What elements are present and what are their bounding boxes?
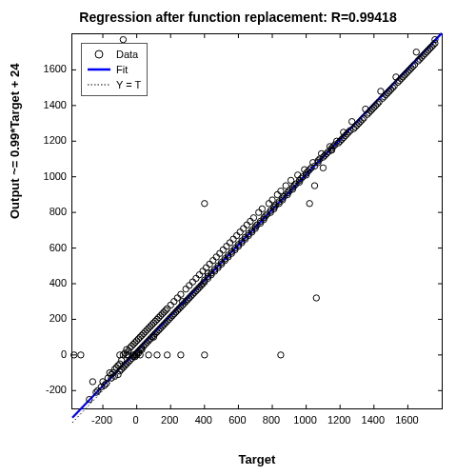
svg-point-94 [139,332,145,338]
svg-point-335 [202,352,208,358]
svg-point-97 [141,330,147,336]
x-tick-label: -200 [91,414,112,426]
y-tick-label: 1400 [29,99,67,110]
svg-point-331 [146,352,151,358]
svg-point-186 [230,236,236,242]
legend-entry-fit: Fit [86,62,141,77]
svg-point-99 [142,328,148,334]
svg-point-109 [150,320,156,326]
x-tick-label: 0 [133,414,139,426]
x-tick-label: 1600 [395,414,418,426]
svg-point-120 [159,311,165,317]
dotted-line-icon [86,78,112,91]
page-title: Regression after function replacement: R… [0,10,476,25]
y-tick-label: 1200 [29,134,67,146]
legend-label: Fit [116,64,128,75]
svg-point-195 [241,226,247,231]
svg-point-122 [161,309,167,315]
y-tick-label: 0 [29,348,67,360]
svg-point-180 [224,244,229,249]
svg-point-211 [259,206,265,211]
y-tick-label: 800 [29,206,67,217]
y-tick-label: -200 [29,384,67,395]
y-tick-label: 1000 [29,170,67,182]
x-tick-label: 1000 [293,414,316,426]
svg-point-79 [129,343,134,348]
svg-point-341 [320,165,326,170]
svg-point-92 [137,334,143,340]
circle-icon [86,48,112,61]
svg-point-118 [157,312,163,318]
svg-point-208 [256,209,262,215]
svg-point-168 [210,257,216,263]
svg-point-174 [217,250,223,256]
svg-point-129 [168,302,173,307]
svg-point-83 [132,340,138,346]
y-tick-label: 600 [29,242,67,253]
svg-point-314 [413,50,419,55]
svg-point-161 [202,201,208,207]
svg-point-332 [154,352,160,358]
svg-point-155 [196,271,202,277]
svg-point-198 [244,222,249,228]
x-tick-label: 1200 [327,414,350,426]
svg-point-192 [237,229,243,235]
y-axis-label: Output ~= 0.99*Target + 24 [8,64,22,219]
svg-point-333 [164,352,169,358]
svg-point-201 [248,218,253,224]
x-tick-label: 800 [263,414,280,426]
svg-point-334 [178,352,184,358]
legend-entry-yt: Y = T [86,77,141,92]
svg-point-146 [187,283,192,288]
svg-point-177 [220,247,226,252]
svg-point-43 [78,352,84,358]
svg-point-105 [148,324,153,329]
svg-point-138 [178,291,184,297]
svg-point-81 [130,341,136,347]
svg-point-124 [163,307,169,313]
y-tick-label: 200 [29,312,67,324]
svg-point-132 [171,299,177,305]
y-tick-label: 400 [29,277,67,288]
x-tick-label: 400 [195,414,212,426]
svg-point-116 [156,314,162,320]
y-tick-label: 1600 [29,63,67,74]
svg-point-89 [135,336,141,342]
svg-point-143 [183,286,188,291]
svg-point-183 [227,240,232,246]
svg-point-86 [133,338,139,344]
svg-point-171 [213,254,219,260]
svg-point-101 [144,327,149,332]
svg-point-149 [189,279,195,285]
svg-point-279 [354,122,360,128]
x-axis-label: Target [71,452,443,466]
svg-point-114 [154,316,160,322]
x-tick-label: 1400 [362,414,385,426]
svg-point-152 [193,275,199,281]
legend-label: Data [116,49,138,60]
svg-point-339 [311,183,317,188]
legend-label: Y = T [116,79,141,90]
line-icon [86,63,112,76]
svg-point-112 [152,318,158,324]
x-tick-label: 200 [161,414,178,426]
legend: Data Fit Y = T [81,43,148,96]
svg-point-45 [89,379,95,385]
svg-point-252 [313,295,319,301]
svg-point-107 [149,322,154,327]
x-tick-label: 600 [228,414,246,426]
svg-point-103 [146,326,151,331]
svg-point-189 [233,232,239,238]
svg-point-338 [307,201,312,207]
svg-point-342 [95,50,103,58]
svg-point-204 [250,215,256,221]
svg-point-165 [207,261,212,267]
svg-point-126 [164,306,169,311]
legend-entry-data: Data [86,47,141,62]
svg-point-327 [120,36,126,42]
svg-point-336 [278,352,284,358]
